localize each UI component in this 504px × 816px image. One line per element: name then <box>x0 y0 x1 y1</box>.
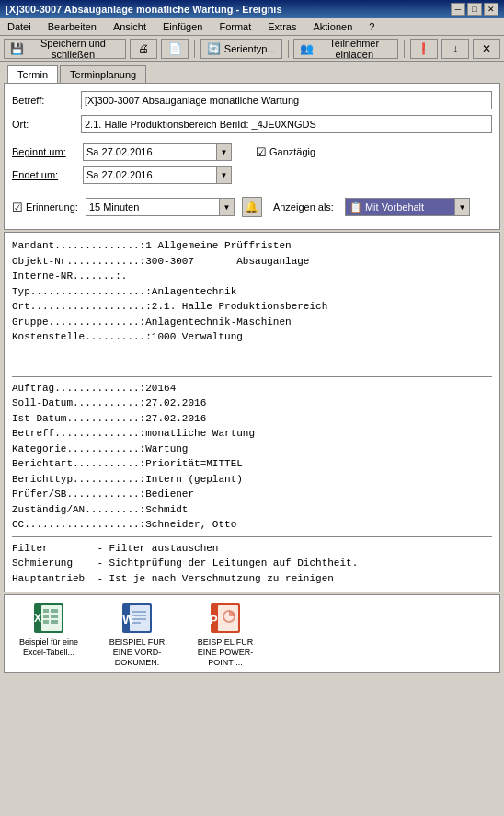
menu-help[interactable]: ? <box>365 20 378 33</box>
anzeigen-input[interactable]: 📋 Mit Vorbehalt <box>345 198 455 216</box>
exclamation-button[interactable]: ❗ <box>410 39 438 59</box>
content-line-4: Ort...................:2.1. Halle Produk… <box>12 299 492 315</box>
print-button[interactable]: 🖨 <box>130 39 157 59</box>
svg-text:X: X <box>34 612 41 625</box>
content-line-1: Objekt-Nr............:300-3007 Absauganl… <box>12 254 492 270</box>
attachment-ppt[interactable]: P BEISPIEL FÜR EINE POWER-POINT ... <box>189 601 262 667</box>
arrow-down-icon: ↓ <box>448 41 463 56</box>
endet-label: Endet um: <box>12 169 81 180</box>
menu-extras[interactable]: Extras <box>264 20 300 33</box>
anzeigen-dropdown-arrow[interactable]: ▼ <box>455 198 470 216</box>
save-close-button[interactable]: 💾 Speichern und schließen <box>4 39 126 59</box>
close-button[interactable]: ✕ <box>484 3 498 16</box>
toolbar-separator-1 <box>194 40 195 58</box>
serientyp-button[interactable]: 🔄 Serientyp... <box>200 39 282 59</box>
save-icon: 💾 <box>10 41 24 56</box>
svg-rect-13 <box>132 615 146 616</box>
beginnt-dropdown-wrapper: ▼ <box>83 143 232 161</box>
attachment-excel[interactable]: X Beispiel für eine Excel-Tabell... <box>12 601 86 658</box>
anzeigen-icon: 📋 <box>349 201 362 213</box>
order-line-6: Berichttyp...........:Intern (geplant) <box>12 472 492 488</box>
attachments-area: X Beispiel für eine Excel-Tabell... W BE… <box>4 594 500 673</box>
svg-rect-2 <box>43 609 49 613</box>
minimize-button[interactable]: ─ <box>451 3 465 16</box>
content-line-0: Mandant..............:1 Allgemeine Prüff… <box>12 238 492 254</box>
erinnerung-checkbox[interactable]: ☑ <box>12 201 23 214</box>
excel-label: Beispiel für eine Excel-Tabell... <box>12 638 86 658</box>
beginnt-dropdown-arrow[interactable]: ▼ <box>217 143 232 161</box>
serientyp-icon: 🔄 <box>207 41 222 56</box>
word-icon: W <box>120 601 155 636</box>
svg-rect-3 <box>51 609 58 613</box>
attachment-word[interactable]: W BEISPIEL FÜR EINE VORD-DOKUMEN. <box>100 601 174 667</box>
filter-line-2: Hauptantrieb - Ist je nach Verschmutzung… <box>12 571 492 587</box>
menu-bearbeiten[interactable]: Bearbeiten <box>44 20 100 33</box>
order-line-4: Kategorie............:Wartung <box>12 442 492 457</box>
close-toolbar-icon: ✕ <box>479 41 494 56</box>
word-label: BEISPIEL FÜR EINE VORD-DOKUMEN. <box>100 638 174 667</box>
betreff-input[interactable] <box>81 91 492 109</box>
menu-format[interactable]: Format <box>215 20 255 33</box>
svg-rect-14 <box>132 618 146 620</box>
erinnerung-label: Erinnerung: <box>26 201 78 213</box>
maximize-button[interactable]: □ <box>467 3 482 16</box>
betreff-label: Betreff: <box>12 95 81 106</box>
teilnehmer-button[interactable]: 👥 Teilnehmer einladen <box>293 39 398 59</box>
endet-dropdown-wrapper: ▼ <box>83 166 232 184</box>
order-line-5: Berichtart...........:Priorität=MITTEL <box>12 456 492 472</box>
teilnehmer-icon: 👥 <box>300 41 314 56</box>
toolbar: 💾 Speichern und schließen 🖨 📄 🔄 Serienty… <box>0 36 504 62</box>
svg-text:P: P <box>210 613 218 626</box>
filter-line-1: Schmierung - Sichtprüfung der Leitungen … <box>12 556 492 571</box>
arrow-down-button[interactable]: ↓ <box>441 39 469 59</box>
endet-dropdown-arrow[interactable]: ▼ <box>217 166 232 184</box>
bell-icon[interactable]: 🔔 <box>242 197 262 217</box>
endet-row: Endet um: ▼ <box>12 166 492 184</box>
erinnerung-check-group: ☑ Erinnerung: <box>12 201 78 214</box>
beginnt-label: Beginnt um: <box>12 146 81 157</box>
anzeigen-label: Anzeigen als: <box>273 201 334 213</box>
tab-termin[interactable]: Termin <box>7 65 58 83</box>
unknown-toolbar-btn[interactable]: 📄 <box>161 39 189 59</box>
tab-terminplanung[interactable]: Terminplanung <box>60 65 146 83</box>
beginnt-input[interactable] <box>83 143 217 161</box>
content-line-3: Typ...................:Anlagentechnik <box>12 284 492 300</box>
content-line-5: Gruppe...............:Anlagentechnik-Mas… <box>12 315 492 330</box>
menu-bar: Datei Bearbeiten Ansicht Einfügen Format… <box>0 18 504 36</box>
svg-rect-5 <box>51 615 58 618</box>
menu-aktionen[interactable]: Aktionen <box>309 20 356 33</box>
ganztaegig-checkbox[interactable]: ☑ <box>256 145 267 159</box>
ort-input[interactable] <box>81 115 492 133</box>
exclamation-icon: ❗ <box>417 41 431 56</box>
endet-input[interactable] <box>83 166 217 184</box>
order-line-2: Ist-Datum............:27.02.2016 <box>12 411 492 427</box>
order-line-9: CC...................:Schneider, Otto <box>12 517 492 533</box>
filter-line-0: Filter - Filter austauschen <box>12 541 492 557</box>
svg-rect-6 <box>43 620 49 624</box>
doc-icon: 📄 <box>167 41 182 56</box>
menu-datei[interactable]: Datei <box>4 20 35 33</box>
beginnt-group: Beginnt um: ▼ <box>12 143 232 161</box>
separator-1 <box>12 376 492 377</box>
ort-label: Ort: <box>12 119 81 130</box>
betreff-row: Betreff: <box>12 91 492 109</box>
erinnerung-input[interactable] <box>86 198 220 216</box>
separator-2 <box>12 536 492 537</box>
content-line-2: Interne-NR.......:. <box>12 269 492 284</box>
close-toolbar-button[interactable]: ✕ <box>473 39 500 59</box>
erinnerung-dropdown-arrow[interactable]: ▼ <box>220 198 235 216</box>
ort-row: Ort: <box>12 115 492 133</box>
content-line-6: Kostenstelle..........:1000 Verwaltung <box>12 329 492 345</box>
menu-ansicht[interactable]: Ansicht <box>109 20 150 33</box>
window-controls: ─ □ ✕ <box>451 3 498 16</box>
svg-rect-4 <box>43 615 49 618</box>
menu-einfuegen[interactable]: Einfügen <box>159 20 206 33</box>
form-panel: Betreff: Ort: Beginnt um: ▼ ☑ Ganztägig … <box>4 83 500 230</box>
ppt-icon: P <box>208 601 243 636</box>
erinnerung-dropdown-wrapper: ▼ <box>86 198 235 216</box>
order-line-7: Prüfer/SB............:Bediener <box>12 487 492 502</box>
print-icon: 🖨 <box>136 41 151 56</box>
save-close-label: Speichern und schließen <box>27 38 120 60</box>
serientyp-label: Serientyp... <box>224 43 276 54</box>
endet-group: Endet um: ▼ <box>12 166 232 184</box>
